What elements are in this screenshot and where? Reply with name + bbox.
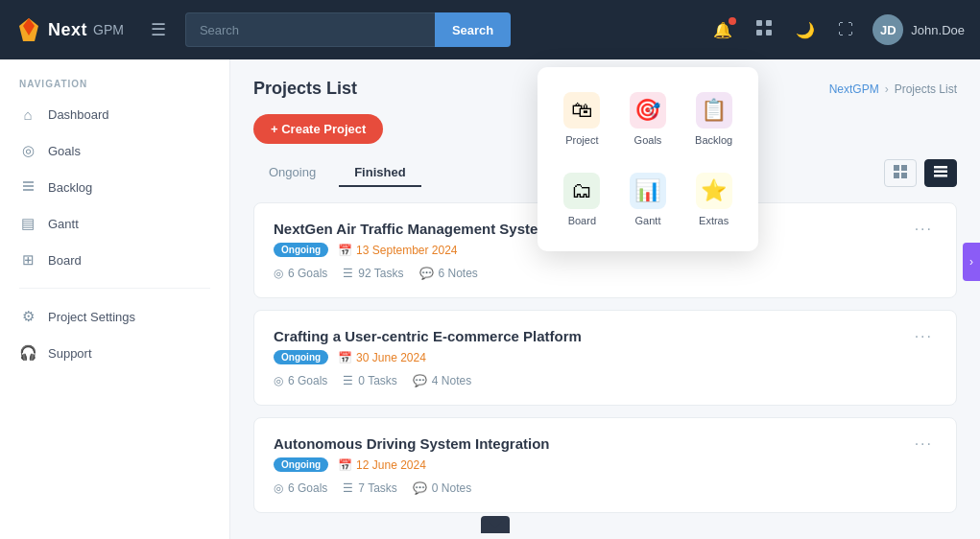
project-menu-button[interactable]: ··· xyxy=(911,435,937,453)
sidebar-item-goals[interactable]: ◎ Goals xyxy=(0,132,229,169)
search-input[interactable] xyxy=(185,12,435,47)
layout: ‹ NAVIGATION ⌂ Dashboard ◎ Goals Backlog… xyxy=(0,59,980,539)
list-view-button[interactable] xyxy=(924,159,957,187)
popup-item-label: Gantt xyxy=(635,215,661,226)
project-meta: Ongoing 📅 12 June 2024 xyxy=(274,457,550,472)
support-icon: 🎧 xyxy=(19,344,36,362)
popup-goals-icon: 🎯 xyxy=(630,92,666,129)
project-card-header: Autonomous Driving System Integration On… xyxy=(274,435,937,495)
right-panel-toggle[interactable]: › xyxy=(963,243,980,281)
status-badge: Ongoing xyxy=(274,243,328,257)
breadcrumb-home[interactable]: NextGPM xyxy=(829,82,879,96)
popup-extras-icon: ⭐ xyxy=(696,173,732,209)
svg-rect-2 xyxy=(756,20,762,26)
sidebar-item-label: Board xyxy=(48,253,82,268)
avatar: JD xyxy=(872,14,903,45)
breadcrumb: NextGPM › Projects List xyxy=(829,82,957,96)
tab-finished[interactable]: Finished xyxy=(339,159,420,187)
sidebar-item-board[interactable]: ⊞ Board xyxy=(0,242,229,278)
project-stats: ◎ 6 Goals ☰ 0 Tasks 💬 4 Notes xyxy=(274,374,582,387)
goals-stat: ◎ 6 Goals xyxy=(274,267,327,280)
tab-ongoing[interactable]: Ongoing xyxy=(253,159,331,187)
sidebar-item-project-settings[interactable]: ⚙ Project Settings xyxy=(0,298,229,335)
sidebar-item-gantt[interactable]: ▤ Gantt xyxy=(0,205,229,242)
create-project-button[interactable]: + Create Project xyxy=(253,114,383,144)
nav-section-label: NAVIGATION xyxy=(0,79,229,97)
sidebar-item-label: Gantt xyxy=(48,217,79,231)
logo-gpm: GPM xyxy=(93,22,124,37)
svg-marker-16 xyxy=(489,521,502,528)
sidebar-item-dashboard[interactable]: ⌂ Dashboard xyxy=(0,97,229,132)
status-badge: Ongoing xyxy=(274,457,328,472)
popup-item-gantt[interactable]: 📊 Gantt xyxy=(619,163,678,236)
svg-rect-11 xyxy=(894,173,899,178)
board-icon: ⊞ xyxy=(19,251,36,269)
notes-stat: 💬 6 Notes xyxy=(419,267,478,280)
user-name: John.Doe xyxy=(911,23,965,37)
notes-stat-icon: 💬 xyxy=(413,374,427,387)
project-name: NextGen Air Traffic Management System xyxy=(274,221,551,237)
navbar: NextGPM ☰ Search 🔔 🌙 ⛶ JD John.Doe xyxy=(0,0,980,59)
apps-button[interactable] xyxy=(752,15,777,44)
page-title: Projects List xyxy=(253,79,357,99)
svg-rect-3 xyxy=(766,20,772,26)
sidebar-item-label: Support xyxy=(48,346,92,361)
project-menu-button[interactable]: ··· xyxy=(911,221,937,238)
sidebar-item-label: Dashboard xyxy=(48,107,109,122)
project-name: Crafting a User-centric E-commerce Platf… xyxy=(274,328,582,344)
breadcrumb-current: Projects List xyxy=(895,82,957,96)
popup-item-label: Board xyxy=(568,215,596,226)
svg-rect-4 xyxy=(756,30,762,35)
svg-rect-15 xyxy=(934,175,947,177)
popup-item-board[interactable]: 🗂 Board xyxy=(553,163,611,236)
project-stats: ◎ 6 Goals ☰ 92 Tasks 💬 6 Notes xyxy=(274,267,551,280)
backlog-icon xyxy=(19,178,36,196)
project-date: 📅 30 June 2024 xyxy=(338,351,426,364)
svg-rect-14 xyxy=(934,171,947,174)
tasks-stat: ☰ 0 Tasks xyxy=(343,374,396,387)
fullscreen-button[interactable]: ⛶ xyxy=(834,17,857,42)
dark-mode-button[interactable]: 🌙 xyxy=(792,17,819,43)
project-meta: Ongoing 📅 13 September 2024 xyxy=(274,243,551,257)
hamburger-button[interactable]: ☰ xyxy=(143,15,174,44)
sidebar-item-support[interactable]: 🎧 Support xyxy=(0,335,229,371)
nav-divider xyxy=(19,288,210,289)
user-menu[interactable]: JD John.Doe xyxy=(872,14,965,45)
popup-item-backlog[interactable]: 📋 Backlog xyxy=(684,82,743,155)
svg-rect-13 xyxy=(934,166,947,169)
goals-stat-icon: ◎ xyxy=(274,374,283,387)
popup-item-extras[interactable]: ⭐ Extras xyxy=(684,163,743,236)
project-card-header: Crafting a User-centric E-commerce Platf… xyxy=(274,328,937,387)
notes-stat: 💬 0 Notes xyxy=(413,481,471,495)
calendar-icon: 📅 xyxy=(338,458,352,472)
popup-item-goals[interactable]: 🎯 Goals xyxy=(619,82,678,155)
sidebar-item-backlog[interactable]: Backlog xyxy=(0,169,229,205)
popup-item-label: Backlog xyxy=(695,134,732,146)
tasks-stat: ☰ 7 Tasks xyxy=(343,481,396,495)
goals-stat: ◎ 6 Goals xyxy=(274,374,327,387)
sidebar: ‹ NAVIGATION ⌂ Dashboard ◎ Goals Backlog… xyxy=(0,59,230,539)
goals-stat-icon: ◎ xyxy=(274,267,283,280)
popup-backlog-icon: 📋 xyxy=(696,92,732,129)
notes-stat-icon: 💬 xyxy=(419,267,434,280)
project-menu-button[interactable]: ··· xyxy=(911,328,937,345)
logo-text: Next xyxy=(48,20,87,40)
popup-item-project[interactable]: 🛍 Project xyxy=(553,82,611,155)
tasks-stat-icon: ☰ xyxy=(343,481,353,495)
search-button[interactable]: Search xyxy=(435,12,511,47)
logo-icon xyxy=(15,16,42,43)
grid-view-button[interactable] xyxy=(884,159,917,187)
scroll-down-indicator[interactable] xyxy=(481,516,510,533)
project-stats: ◎ 6 Goals ☰ 7 Tasks 💬 0 Notes xyxy=(274,481,550,495)
notification-badge xyxy=(729,17,736,25)
navbar-icons: 🔔 🌙 ⛶ JD John.Doe xyxy=(709,14,965,45)
notes-stat: 💬 4 Notes xyxy=(413,374,471,387)
sidebar-item-label: Backlog xyxy=(48,180,92,195)
sidebar-item-label: Goals xyxy=(48,144,81,158)
project-card: Crafting a User-centric E-commerce Platf… xyxy=(253,310,957,406)
breadcrumb-separator: › xyxy=(885,82,889,96)
notification-button[interactable]: 🔔 xyxy=(709,17,736,43)
goals-stat-icon: ◎ xyxy=(274,481,283,495)
calendar-icon: 📅 xyxy=(338,244,352,257)
notes-stat-icon: 💬 xyxy=(413,481,427,495)
